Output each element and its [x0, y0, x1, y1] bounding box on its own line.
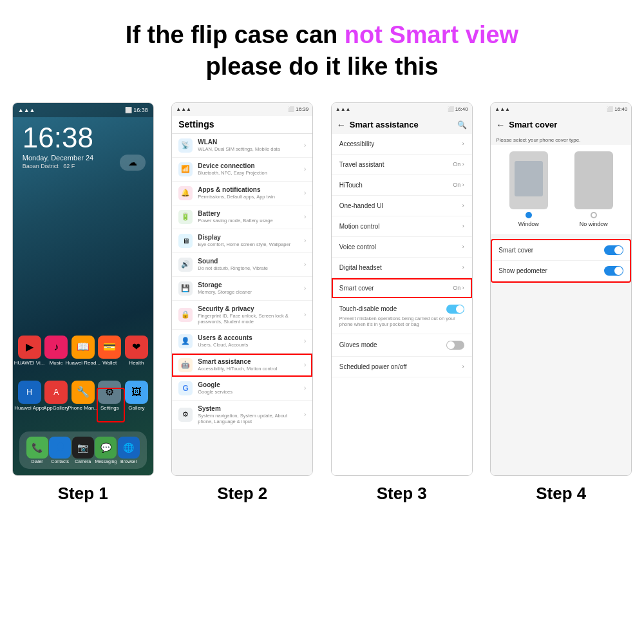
step2-label: Step 2: [217, 484, 267, 504]
pedometer-toggle[interactable]: [604, 266, 623, 276]
step1-statusbar: ▲▲▲ ⬜ 16:38: [13, 103, 153, 117]
step3-screen: ▲▲▲ ⬜ 16:40 ← Smart assistance 🔍 Accessi…: [331, 102, 473, 476]
step2-screen: ▲▲▲ ⬜ 16:39 Settings 📡 WLAN WLAN, Dual S…: [171, 102, 313, 476]
users-icon: 👤: [178, 334, 193, 348]
system-icon: ⚙: [178, 408, 193, 422]
step1-col: ▲▲▲ ⬜ 16:38 16:38 Monday, December 24 Ba…: [6, 102, 160, 504]
security-icon: 🔒: [178, 308, 193, 322]
step4-col: ▲▲▲ ⬜ 16:40 ← Smart cover Please select …: [485, 102, 638, 504]
step1-label: Step 1: [58, 484, 108, 504]
assist-gloves[interactable]: Gloves mode: [332, 334, 472, 357]
cover-nowindow-img: [574, 151, 613, 209]
settings-apps[interactable]: 🔔 Apps & notifications Permissions, Defa…: [172, 182, 312, 205]
step4-titlebar: ← Smart cover: [491, 116, 631, 134]
step3-smart-assist: ▲▲▲ ⬜ 16:40 ← Smart assistance 🔍 Accessi…: [332, 103, 472, 475]
assist-accessibility[interactable]: Accessibility ›: [332, 134, 472, 155]
settings-list: 📡 WLAN WLAN, Dual SIM settings, Mobile d…: [172, 134, 312, 475]
step4-statusbar: ▲▲▲ ⬜ 16:40: [491, 103, 631, 116]
app-gallery[interactable]: 🖼 Gallery: [124, 381, 149, 411]
step2-statusbar: ▲▲▲ ⬜ 16:39: [172, 103, 312, 116]
battery-icon: 🔋: [178, 210, 193, 224]
step2-title: Settings: [178, 119, 214, 129]
smart-cover-toggle[interactable]: [604, 245, 623, 255]
apps-icon: 🔔: [178, 186, 193, 200]
dock-contacts[interactable]: 👤 Contacts: [48, 437, 71, 464]
step3-titlebar: ← Smart assistance 🔍: [332, 116, 472, 134]
wlan-icon: 📡: [178, 138, 193, 153]
app-wallet[interactable]: 💳 Wallet: [97, 336, 122, 366]
dock-browser[interactable]: 🌐 Browser: [117, 437, 140, 464]
assist-travel[interactable]: Travel assistant On ›: [332, 155, 472, 175]
step1-screen: ▲▲▲ ⬜ 16:38 16:38 Monday, December 24 Ba…: [12, 102, 154, 476]
google-icon: G: [178, 381, 193, 395]
clock-time: 16:38: [23, 124, 144, 152]
assist-voice[interactable]: Voice control ›: [332, 237, 472, 258]
smart-cover-setting-label: Smart cover: [498, 247, 533, 254]
settings-users[interactable]: 👤 Users & accounts Users, Cloud, Account…: [172, 330, 312, 354]
assist-headset[interactable]: Digital headset ›: [332, 258, 472, 278]
search-icon[interactable]: 🔍: [457, 120, 467, 129]
gloves-toggle[interactable]: [446, 341, 464, 350]
device-icon: 📶: [178, 162, 193, 176]
step3-statusbar: ▲▲▲ ⬜ 16:40: [332, 103, 472, 116]
cover-window-img: [509, 151, 548, 209]
settings-storage[interactable]: 💾 Storage Memory, Storage cleaner ›: [172, 277, 312, 301]
app-reader[interactable]: 📖 Huawei Read...: [71, 336, 95, 366]
display-icon: 🖥: [178, 234, 193, 248]
header: If the flip case can not Smart view plea…: [126, 19, 518, 83]
pedometer-setting[interactable]: Show pedometer: [492, 261, 630, 281]
assist-onehanded[interactable]: One-handed UI ›: [332, 196, 472, 216]
assist-smart-cover[interactable]: Smart cover On ›: [332, 278, 472, 298]
nowindow-radio[interactable]: [591, 212, 597, 218]
app-row1: ▶ HUAWEI Vi... ♪ Music 📖 Huawei Read...: [13, 332, 153, 379]
cover-window-option[interactable]: Window: [509, 151, 548, 227]
steps-container: ▲▲▲ ⬜ 16:38 16:38 Monday, December 24 Ba…: [6, 102, 638, 504]
assist-list: Accessibility › Travel assistant On › Hi…: [332, 134, 472, 475]
step1-status-right: ⬜ 16:38: [125, 107, 148, 113]
step4-back-arrow[interactable]: ←: [496, 120, 505, 130]
settings-smart-assist[interactable]: 🤖 Smart assistance Accessibility, HiTouc…: [172, 354, 312, 377]
step3-label: Step 3: [377, 484, 427, 504]
dock-messaging[interactable]: 💬 Messaging: [95, 437, 118, 464]
assist-scheduled[interactable]: Scheduled power on/off ›: [332, 357, 472, 377]
header-line2: please do it like this: [126, 51, 518, 82]
settings-security[interactable]: 🔒 Security & privacy Fingerprint ID, Fac…: [172, 301, 312, 330]
wlan-text: WLAN WLAN, Dual SIM settings, Mobile dat…: [198, 138, 299, 152]
app-gallery-app[interactable]: A AppGallery: [44, 381, 68, 411]
settings-sound[interactable]: 🔊 Sound Do not disturb, Ringtone, Vibrat…: [172, 253, 312, 277]
settings-device[interactable]: 📶 Device connection Bluetooth, NFC, Easy…: [172, 158, 312, 182]
page: If the flip case can not Smart view plea…: [0, 0, 644, 644]
app-phone-manager[interactable]: 🔧 Phone Man...: [71, 381, 95, 411]
step2-settings: ▲▲▲ ⬜ 16:39 Settings 📡 WLAN WLAN, Dual S…: [172, 103, 312, 475]
step3-title: Smart assistance: [350, 120, 453, 129]
settings-display[interactable]: 🖥 Display Eye comfort, Home screen style…: [172, 229, 312, 253]
smart-cover-setting[interactable]: Smart cover: [492, 240, 630, 261]
app-huawei-vid[interactable]: ▶ HUAWEI Vi...: [17, 336, 42, 366]
dock: 📞 Dialer 👤 Contacts 📷 Camera 💬: [19, 431, 147, 469]
step1-status-left: ▲▲▲: [18, 107, 35, 113]
assist-touch-disable[interactable]: Touch-disable mode Prevent mistaken oper…: [332, 298, 472, 334]
cover-selection: Window No window: [491, 145, 631, 234]
app-huawei-apps[interactable]: H Huawei Apps: [17, 381, 42, 411]
window-radio[interactable]: [526, 212, 532, 218]
settings-wlan[interactable]: 📡 WLAN WLAN, Dual SIM settings, Mobile d…: [172, 134, 312, 158]
assist-motion[interactable]: Motion control ›: [332, 216, 472, 237]
cover-settings-section: Smart cover Show pedometer: [491, 239, 631, 283]
touch-disable-toggle[interactable]: [446, 305, 464, 314]
step1-homescreen: ▲▲▲ ⬜ 16:38 16:38 Monday, December 24 Ba…: [13, 103, 153, 475]
assist-hitouch[interactable]: HiTouch On ›: [332, 175, 472, 196]
app-health[interactable]: ❤ Health: [124, 336, 149, 366]
step4-label: Step 4: [536, 484, 586, 504]
weather-widget: ☁: [120, 155, 146, 171]
dock-camera[interactable]: 📷 Camera: [71, 437, 95, 464]
step4-title: Smart cover: [509, 120, 626, 129]
back-arrow-icon[interactable]: ←: [337, 120, 346, 130]
settings-battery[interactable]: 🔋 Battery Power saving mode, Battery usa…: [172, 205, 312, 229]
step3-col: ▲▲▲ ⬜ 16:40 ← Smart assistance 🔍 Accessi…: [325, 102, 478, 504]
dock-dialer[interactable]: 📞 Dialer: [26, 437, 49, 464]
settings-google[interactable]: G Google Google services ›: [172, 377, 312, 401]
sound-icon: 🔊: [178, 258, 193, 272]
settings-system[interactable]: ⚙ System System navigation, System updat…: [172, 401, 312, 430]
cover-nowindow-option[interactable]: No window: [574, 151, 613, 227]
please-select-text: Please select your phone cover type.: [491, 134, 631, 145]
